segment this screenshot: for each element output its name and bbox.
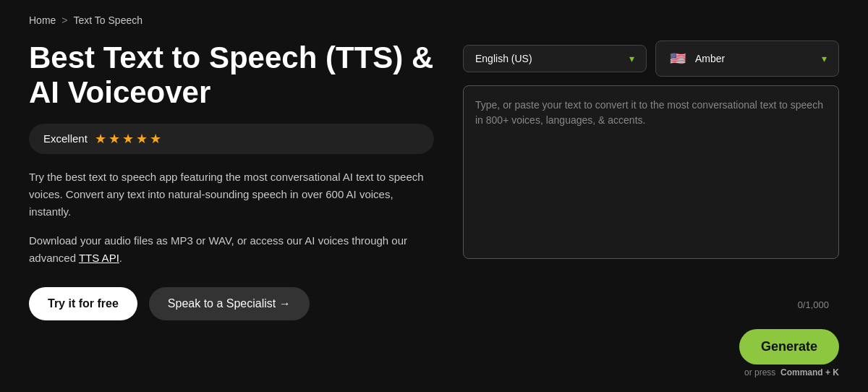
rating-label: Excellent <box>43 132 88 145</box>
breadcrumb-home[interactable]: Home <box>29 14 56 26</box>
text-input[interactable] <box>463 85 839 259</box>
generate-button[interactable]: Generate <box>739 329 839 365</box>
shortcut-key: Command + K <box>780 367 839 378</box>
description-text-1: Try the best text to speech app featurin… <box>29 169 434 221</box>
cta-buttons: Try it for free Speak to a Specialist → <box>29 287 434 320</box>
breadcrumb: Home > Text To Speech <box>0 0 868 33</box>
voice-chevron-icon: ▾ <box>822 53 827 64</box>
specialist-button[interactable]: Speak to a Specialist → <box>149 287 310 320</box>
voice-left: 🇺🇸 Amber <box>668 48 725 69</box>
language-dropdown[interactable]: English (US) ▾ <box>463 45 647 72</box>
star-rating: ★ ★ ★ ★ ★ <box>95 131 161 147</box>
controls-row: English (US) ▾ 🇺🇸 Amber ▾ <box>463 41 839 77</box>
description-suffix: . <box>119 252 122 264</box>
voice-name: Amber <box>695 53 725 64</box>
voice-dropdown[interactable]: 🇺🇸 Amber ▾ <box>655 41 839 77</box>
star-5: ★ <box>150 131 161 147</box>
breadcrumb-separator: > <box>61 14 67 26</box>
star-4: ★ <box>136 131 148 147</box>
char-count: 0/1,000 <box>798 299 829 310</box>
tts-api-link[interactable]: TTS API <box>79 252 119 264</box>
main-content: Best Text to Speech (TTS) & AI Voiceover… <box>0 33 868 392</box>
bottom-right-group: Generate or press Command + K <box>739 329 839 378</box>
left-column: Best Text to Speech (TTS) & AI Voiceover… <box>29 41 434 378</box>
description-text-2: Download your audio files as MP3 or WAV,… <box>29 232 434 267</box>
flag-icon: 🇺🇸 <box>668 48 688 69</box>
star-2: ★ <box>109 131 120 147</box>
hero-title: Best Text to Speech (TTS) & AI Voiceover <box>29 41 434 111</box>
language-value: English (US) <box>475 53 532 64</box>
right-column: English (US) ▾ 🇺🇸 Amber ▾ 0/1,000 Genera… <box>463 41 839 378</box>
bottom-row: Generate or press Command + K <box>463 329 839 378</box>
shortcut-hint: or press Command + K <box>744 367 839 378</box>
rating-badge: Excellent ★ ★ ★ ★ ★ <box>29 124 434 154</box>
textarea-wrapper: 0/1,000 <box>463 85 839 318</box>
star-1: ★ <box>95 131 106 147</box>
star-3: ★ <box>122 131 134 147</box>
language-chevron-icon: ▾ <box>629 53 634 64</box>
try-free-button[interactable]: Try it for free <box>29 287 137 320</box>
breadcrumb-current: Text To Speech <box>74 14 142 26</box>
